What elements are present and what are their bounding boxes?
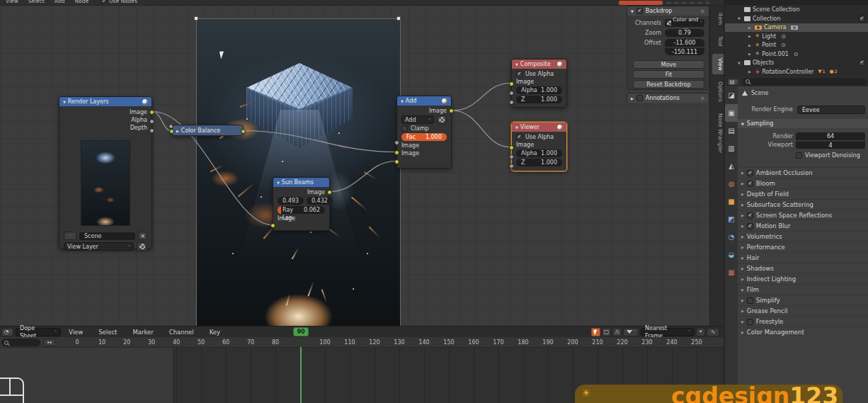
expand-arrow-icon[interactable]: ▶ <box>741 213 744 217</box>
tab-options[interactable]: Options <box>712 77 724 106</box>
move-button[interactable]: Move <box>633 60 704 69</box>
offset-y-field[interactable]: -150.111 <box>665 47 704 55</box>
section-checkbox[interactable]: ✓ <box>747 170 753 176</box>
section-grease-pencil[interactable]: ▶Grease Pencil <box>738 305 868 316</box>
backdrop-panel-header[interactable]: ▼ ✓ Backdrop ≡ <box>627 6 709 16</box>
expand-arrow-icon[interactable]: ▶ <box>741 192 744 196</box>
socket-z-in[interactable] <box>509 164 514 169</box>
backdrop-checkbox[interactable]: ✓ <box>636 8 643 14</box>
tab-node-wrangler[interactable]: Node Wrangler <box>712 109 724 157</box>
samples-render-field[interactable]: 64 <box>796 132 865 140</box>
section-subsurface-scattering[interactable]: ▶Subsurface Scattering <box>738 199 868 210</box>
use-alpha-checkbox[interactable]: ✓ <box>516 71 522 77</box>
outliner-row-camera[interactable]: ▶Camera <box>725 23 868 33</box>
expand-arrow-icon[interactable]: ▶ <box>741 277 744 281</box>
socket-image-in[interactable] <box>509 81 514 86</box>
outliner-row-scene-collection[interactable]: Scene Collection <box>725 6 868 15</box>
outliner-row-objects[interactable]: ▼Objects✓ <box>725 59 868 68</box>
properties-tab-scene-icon[interactable]: ◭ <box>725 157 738 175</box>
socket-alpha-out[interactable] <box>149 119 154 124</box>
timeline-ruler[interactable]: ↔ 01020304050607080100110120130140150160… <box>0 337 724 348</box>
menu-view[interactable]: View <box>6 0 18 4</box>
z-field[interactable]: Z1.000 <box>516 96 562 103</box>
use-nodes-checkbox[interactable]: ✓ <box>101 0 107 4</box>
socket-image-out[interactable] <box>449 108 454 113</box>
tab-tool[interactable]: Tool <box>712 32 724 51</box>
section-freestyle[interactable]: ▶Freestyle <box>738 316 868 327</box>
menu-add[interactable]: Add <box>55 0 65 4</box>
viewport-denoising-checkbox[interactable] <box>796 152 802 159</box>
node-header[interactable]: ▼ Render Layers <box>59 97 152 106</box>
menu-select[interactable]: Select <box>98 329 117 336</box>
panel-grip-icon[interactable]: ≡ <box>700 8 705 14</box>
node-sun-beams[interactable]: ▼ Sun Beams Image 0.493 0.432 Ray Len0.0… <box>273 177 330 231</box>
outliner-row-light[interactable]: ▶☀Light⊙ <box>725 32 868 41</box>
expand-arrow-icon[interactable]: ▶ <box>741 256 744 260</box>
current-frame-badge[interactable]: 90 <box>293 327 309 336</box>
collapse-arrow-icon[interactable]: ▼ <box>515 62 518 67</box>
section-checkbox[interactable]: ✓ <box>747 181 753 187</box>
scene-browse-button[interactable]: ˅ <box>64 232 76 240</box>
node-viewer[interactable]: ▼ Viewer ✓ Use Alpha Image Alpha1.000 Z1… <box>511 122 567 171</box>
header-icon-button[interactable] <box>697 1 703 5</box>
section-motion-blur[interactable]: ▶✓Motion Blur <box>738 220 868 231</box>
outliner-row-point-001[interactable]: ▶☀Point.001⊙ <box>725 50 868 59</box>
section-hair[interactable]: ▶Hair <box>738 252 868 263</box>
samples-viewport-field[interactable]: 4 <box>796 141 865 149</box>
section-checkbox[interactable]: ✓ <box>747 212 753 219</box>
properties-tab-output-icon[interactable]: ▤ <box>725 122 738 140</box>
expand-arrow-icon[interactable]: ▶ <box>741 245 744 249</box>
z-field[interactable]: Z1.000 <box>516 159 562 166</box>
fit-range-button[interactable]: ↔ <box>43 339 56 346</box>
section-checkbox[interactable]: ✓ <box>747 223 753 229</box>
playhead-line[interactable] <box>300 347 302 403</box>
expand-arrow-icon[interactable]: ▶ <box>741 203 744 207</box>
header-icon-button[interactable] <box>666 1 672 5</box>
outliner-row-rotationcontroller[interactable]: ▶+RotationController▼1●2 <box>725 67 868 76</box>
header-icon-button[interactable] <box>689 1 695 5</box>
tab-item[interactable]: Item <box>712 8 724 29</box>
section-ambient-occlusion[interactable]: ▶✓Ambient Occlusion <box>738 167 868 178</box>
expand-arrow-icon[interactable]: ▶ <box>741 171 744 175</box>
channels-dropdown[interactable]: Color and …˅ <box>665 19 704 27</box>
use-nodes-toggle[interactable]: ✓ Use Nodes <box>101 0 137 4</box>
collection-checkbox[interactable]: ✓ <box>859 59 865 66</box>
section-simplify[interactable]: ▶Simplify <box>738 295 868 305</box>
node-color-balance[interactable]: ▶ Color Balance <box>172 125 244 136</box>
only-selected-toggle[interactable] <box>591 328 600 336</box>
expand-arrow-icon[interactable]: ▶ <box>741 330 744 334</box>
use-alpha-checkbox[interactable]: ✓ <box>516 134 522 140</box>
fit-button[interactable]: Fit <box>633 70 704 79</box>
ray-length-slider[interactable]: Ray Len0.062 <box>278 206 325 214</box>
node-render-layers[interactable]: ▼ Render Layers Image Alpha Depth ˅ Scen… <box>59 96 152 249</box>
alpha-field[interactable]: Alpha1.000 <box>516 86 562 94</box>
blend-mode-dropdown[interactable]: Add˅ <box>401 115 434 124</box>
expand-arrow-icon[interactable]: ▼ <box>736 16 742 21</box>
dope-sheet-channel-panel[interactable] <box>0 348 173 403</box>
socket-image2-in[interactable] <box>394 159 399 164</box>
menu-node[interactable]: Node <box>74 0 88 4</box>
collapse-arrow-icon[interactable]: ▼ <box>631 9 634 13</box>
expand-arrow-icon[interactable]: ▶ <box>747 69 753 74</box>
editor-type-button[interactable]: ▤˅ <box>727 78 739 86</box>
section-screen-space-reflections[interactable]: ▶✓Screen Space Reflections <box>738 210 868 220</box>
socket-image-in[interactable] <box>509 145 514 150</box>
socket-alpha-in[interactable] <box>509 154 514 159</box>
viewport-denoising-row[interactable]: Viewport Denoising <box>796 152 860 159</box>
section-indirect-lighting[interactable]: ▶Indirect Lighting <box>738 273 868 284</box>
section-color-management[interactable]: ▶Color Management <box>738 327 868 337</box>
socket-depth-out[interactable] <box>149 128 154 133</box>
expand-arrow-icon[interactable]: ▶ <box>741 234 744 239</box>
expand-arrow-icon[interactable]: ▶ <box>741 224 744 228</box>
collapse-arrow-icon[interactable]: ▼ <box>401 99 404 103</box>
menu-marker[interactable]: Marker <box>132 329 153 336</box>
outliner-row-collection[interactable]: ▼Collection✓ <box>725 14 868 23</box>
socket-z-in[interactable] <box>509 100 514 105</box>
point-data-icon[interactable]: ⊙ <box>781 42 786 48</box>
collapse-arrow-icon[interactable]: ▼ <box>277 181 280 185</box>
menu-view[interactable]: View <box>69 329 83 336</box>
snap-dropdown[interactable]: Nearest Frame˅ <box>641 328 695 336</box>
properties-tab-object-icon[interactable]: ■ <box>725 193 738 210</box>
camera-data-icon[interactable] <box>791 25 798 30</box>
properties-tab-view-layer-icon[interactable]: ▥ <box>725 140 738 157</box>
